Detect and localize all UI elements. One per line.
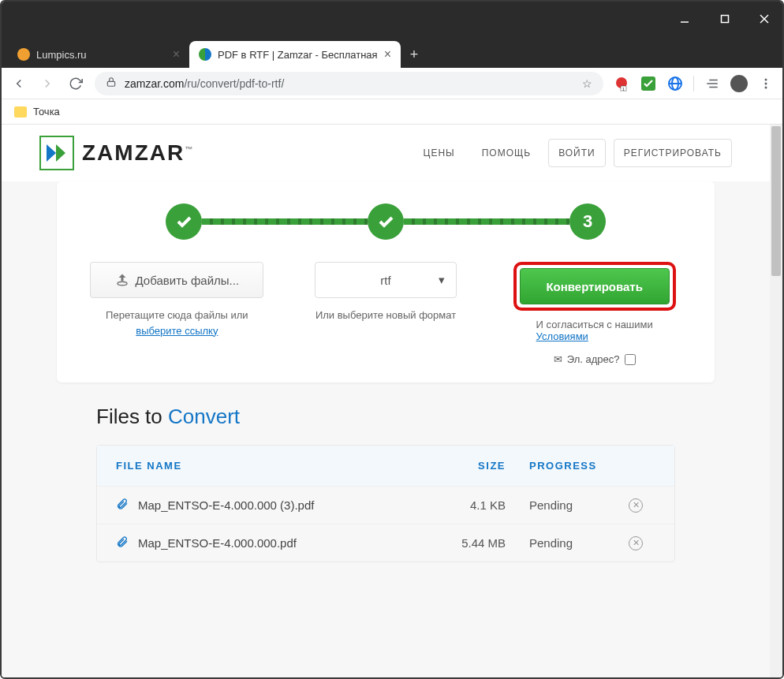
format-select[interactable]: rtf ▾ bbox=[315, 262, 457, 298]
format-value: rtf bbox=[380, 274, 390, 287]
bookmark-star-icon[interactable]: ☆ bbox=[582, 77, 592, 90]
extension-icon-1[interactable]: 1 bbox=[613, 75, 630, 92]
add-files-button[interactable]: Добавить файлы... bbox=[90, 262, 263, 298]
convert-column: Конвертировать И согласиться с нашими Ус… bbox=[498, 262, 691, 365]
files-table: FILE NAME SIZE PROGRESS Map_ENTSO-E-4.00… bbox=[96, 445, 675, 562]
table-row: Map_ENTSO-E-4.000.000 (3).pdf 4.1 KB Pen… bbox=[97, 486, 674, 524]
window-close-button[interactable] bbox=[746, 2, 782, 36]
chevron-down-icon: ▾ bbox=[439, 273, 445, 287]
add-hint: Перетащите сюда файлы или выберите ссылк… bbox=[106, 308, 248, 338]
logo-text: ZAMZAR™ bbox=[82, 140, 194, 166]
email-label: Эл. адрес? bbox=[567, 353, 620, 365]
browser-tab-2[interactable]: PDF в RTF | Zamzar - Бесплатная × bbox=[189, 41, 401, 68]
remove-file-button[interactable]: ✕ bbox=[629, 498, 643, 513]
files-section: Files to Convert FILE NAME SIZE PROGRESS… bbox=[96, 405, 675, 562]
add-files-label: Добавить файлы... bbox=[136, 274, 240, 287]
svg-point-15 bbox=[765, 78, 767, 80]
email-checkbox[interactable] bbox=[625, 354, 636, 365]
nav-pricing[interactable]: ЦЕНЫ bbox=[414, 140, 465, 166]
lock-icon bbox=[106, 76, 117, 90]
site-nav: ЦЕНЫ ПОМОЩЬ ВОЙТИ РЕГИСТРИРОВАТЬ bbox=[414, 139, 732, 167]
window-title-bar bbox=[2, 2, 782, 36]
svg-rect-1 bbox=[721, 16, 728, 23]
step-connector bbox=[404, 218, 569, 225]
tab-close-icon[interactable]: × bbox=[173, 47, 180, 62]
step-2-done bbox=[368, 203, 404, 240]
bookmark-item[interactable]: Точка bbox=[33, 106, 60, 118]
agree-text: И согласиться с нашими Условиями bbox=[536, 319, 653, 342]
tab-title: PDF в RTF | Zamzar - Бесплатная bbox=[218, 49, 378, 61]
browser-menu-button[interactable] bbox=[757, 75, 775, 92]
file-name: Map_ENTSO-E-4.000.000 (3).pdf bbox=[138, 498, 427, 512]
terms-link[interactable]: Условиями bbox=[536, 330, 588, 342]
converter-card: 3 Добавить файлы... Перетащите сюда файл… bbox=[57, 181, 715, 382]
back-button[interactable] bbox=[9, 74, 28, 93]
window-maximize-button[interactable] bbox=[707, 2, 743, 36]
convert-button[interactable]: Конвертировать bbox=[520, 268, 670, 304]
th-size[interactable]: SIZE bbox=[427, 460, 506, 472]
logo-mark-icon bbox=[39, 136, 74, 170]
page-content: ZAMZAR™ ЦЕНЫ ПОМОЩЬ ВОЙТИ РЕГИСТРИРОВАТЬ… bbox=[2, 125, 770, 677]
new-tab-button[interactable]: + bbox=[401, 41, 427, 68]
folder-icon bbox=[14, 106, 27, 118]
step-connector bbox=[202, 218, 368, 225]
profile-avatar[interactable] bbox=[730, 75, 748, 92]
remove-file-button[interactable]: ✕ bbox=[629, 536, 643, 550]
format-column: rtf ▾ Или выберите новый формат bbox=[289, 262, 483, 365]
attachment-icon bbox=[116, 498, 129, 513]
vertical-scrollbar[interactable] bbox=[770, 125, 782, 677]
convert-highlight: Конвертировать bbox=[513, 262, 676, 311]
files-title: Files to Convert bbox=[96, 405, 675, 429]
address-field[interactable]: zamzar.com/ru/convert/pdf-to-rtf/ ☆ bbox=[95, 72, 603, 95]
file-size: 4.1 KB bbox=[427, 498, 506, 512]
svg-rect-4 bbox=[107, 81, 114, 86]
nav-help[interactable]: ПОМОЩЬ bbox=[472, 140, 540, 166]
svg-point-17 bbox=[765, 86, 767, 88]
add-column: Добавить файлы... Перетащите сюда файлы … bbox=[80, 262, 274, 365]
file-name: Map_ENTSO-E-4.000.000.pdf bbox=[138, 536, 427, 550]
browser-tabs-row: Lumpics.ru × PDF в RTF | Zamzar - Беспла… bbox=[2, 36, 782, 68]
th-filename[interactable]: FILE NAME bbox=[116, 460, 427, 472]
nav-signup[interactable]: РЕГИСТРИРОВАТЬ bbox=[614, 139, 732, 167]
address-bar-row: zamzar.com/ru/convert/pdf-to-rtf/ ☆ 1 bbox=[2, 68, 782, 99]
nav-login[interactable]: ВОЙТИ bbox=[548, 139, 606, 167]
reload-button[interactable] bbox=[66, 74, 85, 93]
file-progress: Pending bbox=[506, 536, 616, 550]
attachment-icon bbox=[116, 535, 129, 550]
extension-icon-3[interactable] bbox=[666, 75, 684, 92]
envelope-icon: ✉ bbox=[554, 353, 562, 365]
table-row: Map_ENTSO-E-4.000.000.pdf 5.44 MB Pendin… bbox=[97, 524, 674, 561]
bookmarks-bar: Точка bbox=[2, 99, 782, 125]
window-controls bbox=[666, 2, 782, 36]
url-text: zamzar.com/ru/convert/pdf-to-rtf/ bbox=[125, 77, 574, 90]
convert-button-label: Конвертировать bbox=[546, 280, 643, 293]
forward-button[interactable] bbox=[38, 74, 57, 93]
svg-marker-18 bbox=[47, 144, 56, 162]
scrollbar-thumb[interactable] bbox=[771, 126, 781, 276]
th-progress[interactable]: PROGRESS bbox=[506, 460, 616, 472]
favicon-icon bbox=[199, 48, 211, 61]
email-opt-row: ✉ Эл. адрес? bbox=[554, 353, 636, 365]
tab-close-icon[interactable]: × bbox=[384, 47, 391, 62]
step-1-done bbox=[166, 203, 202, 240]
svg-point-16 bbox=[765, 82, 767, 84]
reading-list-icon[interactable] bbox=[704, 75, 721, 92]
file-size: 5.44 MB bbox=[427, 536, 506, 550]
select-link[interactable]: выберите ссылку bbox=[136, 325, 218, 337]
format-hint: Или выберите новый формат bbox=[315, 308, 456, 323]
site-header: ZAMZAR™ ЦЕНЫ ПОМОЩЬ ВОЙТИ РЕГИСТРИРОВАТЬ bbox=[2, 125, 770, 181]
upload-icon bbox=[115, 273, 129, 287]
extension-icon-2[interactable] bbox=[640, 75, 657, 92]
separator bbox=[693, 76, 694, 91]
svg-marker-19 bbox=[56, 144, 65, 162]
file-progress: Pending bbox=[506, 498, 616, 512]
tab-title: Lumpics.ru bbox=[36, 49, 166, 61]
browser-tab-1[interactable]: Lumpics.ru × bbox=[8, 41, 189, 68]
step-3-current: 3 bbox=[569, 203, 606, 240]
stepper: 3 bbox=[80, 203, 691, 240]
window-minimize-button[interactable] bbox=[666, 2, 703, 36]
table-header: FILE NAME SIZE PROGRESS bbox=[97, 446, 674, 486]
logo[interactable]: ZAMZAR™ bbox=[39, 136, 194, 170]
favicon-icon bbox=[17, 48, 30, 61]
